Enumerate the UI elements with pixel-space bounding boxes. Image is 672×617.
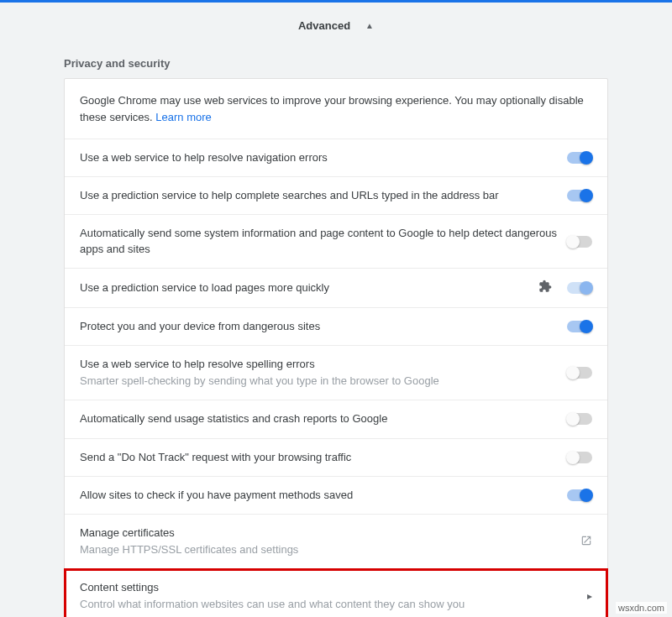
row-title: Use a prediction service to help complet… bbox=[80, 188, 557, 203]
row-title: Automatically send usage statistics and … bbox=[80, 411, 557, 426]
toggle-switch[interactable] bbox=[567, 489, 592, 501]
row-title: Manage certificates bbox=[80, 525, 570, 541]
row-controls bbox=[567, 367, 592, 379]
settings-row[interactable]: Content settingsControl what information… bbox=[65, 569, 607, 617]
chevron-right-icon: ▸ bbox=[587, 590, 592, 602]
learn-more-link[interactable]: Learn more bbox=[155, 111, 211, 123]
settings-row: Use a web service to help resolve spelli… bbox=[65, 346, 607, 400]
settings-row: Use a prediction service to help complet… bbox=[65, 177, 607, 215]
settings-row: Use a web service to help resolve naviga… bbox=[65, 139, 607, 177]
toggle-switch[interactable] bbox=[567, 152, 592, 164]
settings-row: Allow sites to check if you have payment… bbox=[65, 477, 607, 515]
advanced-title: Advanced bbox=[298, 19, 350, 32]
row-title: Send a "Do Not Track" request with your … bbox=[80, 450, 557, 465]
advanced-section-toggle[interactable]: Advanced ▲ bbox=[0, 3, 672, 52]
row-text: Allow sites to check if you have payment… bbox=[80, 488, 567, 503]
row-subtitle: Manage HTTPS/SSL certificates and settin… bbox=[80, 542, 570, 557]
row-controls: ▸ bbox=[587, 590, 592, 602]
toggle-switch[interactable] bbox=[567, 413, 592, 425]
toggle-switch[interactable] bbox=[567, 321, 592, 332]
row-title: Allow sites to check if you have payment… bbox=[80, 488, 557, 503]
row-title: Use a prediction service to load pages m… bbox=[80, 280, 528, 295]
section-title: Privacy and security bbox=[0, 52, 672, 78]
toggle-switch[interactable] bbox=[567, 367, 592, 379]
toggle-switch[interactable] bbox=[567, 452, 592, 463]
row-text: Automatically send some system informati… bbox=[80, 226, 567, 256]
settings-row: Protect you and your device from dangero… bbox=[65, 308, 607, 346]
row-title: Protect you and your device from dangero… bbox=[80, 319, 557, 334]
toggle-switch[interactable] bbox=[567, 190, 592, 201]
settings-row: Send a "Do Not Track" request with your … bbox=[65, 439, 607, 477]
row-text: Send a "Do Not Track" request with your … bbox=[80, 450, 567, 465]
watermark: wsxdn.com bbox=[616, 602, 667, 614]
privacy-card: Google Chrome may use web services to im… bbox=[64, 78, 608, 617]
row-controls bbox=[567, 152, 592, 164]
row-controls bbox=[567, 452, 592, 463]
toggle-switch[interactable] bbox=[567, 236, 592, 248]
row-title: Content settings bbox=[80, 580, 577, 595]
toggle-switch[interactable] bbox=[567, 282, 592, 294]
intro-text: Google Chrome may use web services to im… bbox=[65, 79, 607, 139]
row-text: Content settingsControl what information… bbox=[80, 580, 587, 612]
row-subtitle: Control what information websites can us… bbox=[80, 597, 577, 612]
caret-up-icon: ▲ bbox=[365, 21, 374, 30]
row-text: Use a web service to help resolve naviga… bbox=[80, 150, 567, 165]
row-text: Use a web service to help resolve spelli… bbox=[80, 357, 567, 389]
settings-row: Use a prediction service to load pages m… bbox=[65, 269, 607, 308]
row-controls bbox=[567, 190, 592, 201]
row-text: Automatically send usage statistics and … bbox=[80, 411, 567, 426]
settings-row: Automatically send usage statistics and … bbox=[65, 400, 607, 438]
settings-row: Automatically send some system informati… bbox=[65, 215, 607, 268]
row-subtitle: Smarter spell-checking by sending what y… bbox=[80, 374, 557, 389]
row-text: Use a prediction service to load pages m… bbox=[80, 280, 538, 295]
row-controls bbox=[567, 489, 592, 501]
extension-icon[interactable] bbox=[538, 280, 552, 296]
row-text: Protect you and your device from dangero… bbox=[80, 319, 567, 334]
row-title: Use a web service to help resolve spelli… bbox=[80, 357, 557, 372]
row-controls bbox=[538, 280, 592, 296]
row-title: Automatically send some system informati… bbox=[80, 226, 557, 256]
row-text: Use a prediction service to help complet… bbox=[80, 188, 567, 203]
row-controls bbox=[567, 321, 592, 332]
row-title: Use a web service to help resolve naviga… bbox=[80, 150, 557, 165]
row-controls bbox=[567, 413, 592, 425]
row-text: Manage certificatesManage HTTPS/SSL cert… bbox=[80, 525, 580, 557]
row-controls bbox=[580, 535, 592, 549]
open-external-icon[interactable] bbox=[580, 535, 592, 549]
row-controls bbox=[567, 236, 592, 248]
settings-row[interactable]: Manage certificatesManage HTTPS/SSL cert… bbox=[65, 515, 607, 569]
